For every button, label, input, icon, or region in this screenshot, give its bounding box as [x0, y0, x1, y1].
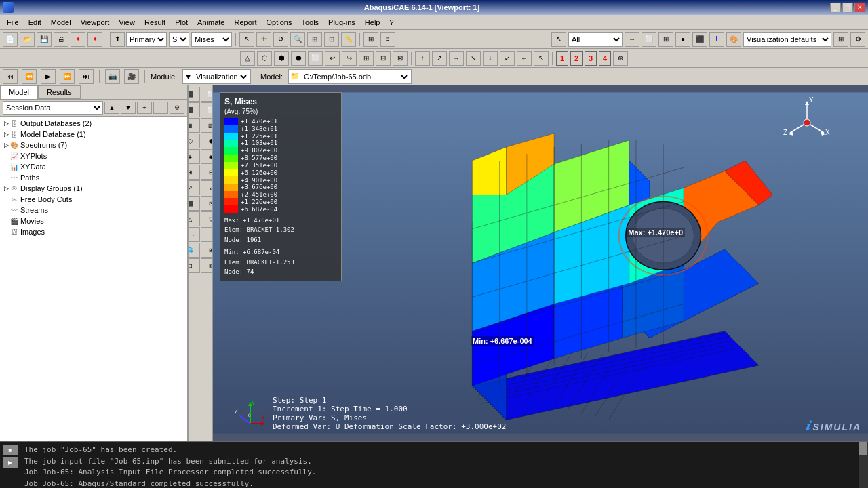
minimize-button[interactable]: _ — [830, 3, 841, 12]
stb-btn24[interactable]: ⊠ — [201, 258, 213, 273]
stb-btn10[interactable]: ◉ — [201, 149, 213, 164]
primary-select[interactable]: Primary — [126, 32, 167, 47]
menu-view[interactable]: View — [115, 17, 139, 28]
next-button[interactable]: ⏩ — [60, 69, 75, 84]
all-select[interactable]: All — [568, 32, 623, 47]
tab-results[interactable]: Results — [38, 85, 81, 99]
stb-btn17[interactable]: △ — [189, 211, 200, 226]
video-button[interactable]: 🎥 — [124, 69, 139, 84]
num-extra[interactable]: ⊛ — [613, 51, 628, 66]
tree-item-movies[interactable]: ▷ 🎬 Movies — [1, 216, 186, 226]
shape8[interactable]: ⊞ — [359, 51, 374, 66]
cons3[interactable]: → — [449, 51, 464, 66]
tree-item-images[interactable]: ▷ 🖼 Images — [1, 226, 186, 237]
stb-btn19[interactable]: ←→ — [189, 227, 200, 242]
table-button[interactable]: ≡ — [380, 32, 395, 47]
stb-btn22[interactable]: ⊞ — [201, 243, 213, 258]
module-select[interactable]: Visualization — [193, 69, 249, 84]
cursor-button[interactable]: ↖ — [239, 32, 254, 47]
vp-layout-button[interactable]: ⊞ — [833, 32, 848, 47]
tab-model[interactable]: Model — [0, 85, 38, 99]
stb-btn7[interactable]: ⬡ — [189, 134, 200, 148]
stb-btn14[interactable]: ↙ — [201, 180, 213, 195]
prev-button[interactable]: ⏪ — [22, 69, 37, 84]
stb-btn2[interactable]: ⬜ — [201, 87, 213, 102]
ruler-button[interactable]: 📏 — [341, 32, 356, 47]
num3-btn[interactable]: 3 — [585, 51, 597, 66]
rewind-button[interactable]: ⏮ — [3, 69, 18, 84]
box3d-button[interactable]: ⬛ — [692, 32, 707, 47]
stb-btn4[interactable]: ⬜ — [201, 102, 213, 117]
s-select[interactable]: S — [169, 32, 189, 47]
save-button[interactable]: 💾 — [37, 32, 52, 47]
session-down[interactable]: ▼ — [121, 102, 136, 114]
menu-options[interactable]: Options — [262, 17, 296, 28]
stb-btn3[interactable]: ⬛ — [189, 102, 200, 117]
cons6[interactable]: ↙ — [500, 51, 515, 66]
menu-plugins[interactable]: Plug-ins — [324, 17, 359, 28]
menu-result[interactable]: Result — [140, 17, 170, 28]
model-select[interactable]: C:/Temp/Job-65.odb — [301, 69, 410, 84]
tree-item-model-db[interactable]: ▷ 🗄 Model Database (1) — [1, 129, 186, 140]
stb-btn13[interactable]: ↗ — [189, 180, 200, 195]
console-stop-btn[interactable]: ■ — [3, 445, 18, 455]
color-button[interactable]: 🎨 — [726, 32, 741, 47]
tree-item-paths[interactable]: ▷ 〰 Paths — [1, 172, 186, 183]
shape7[interactable]: ↪ — [342, 51, 357, 66]
menu-file[interactable]: File — [3, 17, 23, 28]
stb-btn1[interactable]: ⬛ — [189, 87, 200, 102]
menu-animate[interactable]: Animate — [193, 17, 229, 28]
maximize-button[interactable]: □ — [842, 3, 853, 12]
num2-btn[interactable]: 2 — [570, 51, 583, 66]
menu-model[interactable]: Model — [47, 17, 75, 28]
console-next-btn[interactable]: ▶ — [3, 457, 18, 468]
mesh-button[interactable]: ⊞ — [658, 32, 673, 47]
tree-item-xyplots[interactable]: ▷ 📈 XYPlots — [1, 150, 186, 161]
zoom-box-button[interactable]: ⊞ — [307, 32, 322, 47]
stb-btn9[interactable]: ◈ — [189, 149, 200, 164]
menu-edit[interactable]: Edit — [24, 17, 45, 28]
arrow-button[interactable]: → — [625, 32, 639, 47]
close-button[interactable]: ✕ — [854, 3, 865, 12]
viewport[interactable]: S, Mises (Avg: 75%) +1.470e+01+1.348e+01… — [213, 85, 868, 441]
stb-btn15[interactable]: ⬛ — [189, 196, 200, 211]
play-button[interactable]: ▶ — [41, 69, 56, 84]
tree-item-streams[interactable]: ▷ 〰 Streams — [1, 205, 186, 216]
shape1[interactable]: △ — [240, 51, 255, 66]
forward-end-button[interactable]: ⏭ — [79, 69, 94, 84]
vp-config-button[interactable]: ⚙ — [850, 32, 865, 47]
cursor2-button[interactable]: ↖ — [551, 32, 566, 47]
stb-btn6[interactable]: ▧ — [201, 118, 213, 133]
num4-btn[interactable]: 4 — [599, 51, 611, 66]
num1-btn[interactable]: 1 — [556, 51, 568, 66]
viz-defaults-select[interactable]: Visualization defaults — [743, 32, 831, 47]
session-remove[interactable]: - — [153, 102, 168, 114]
pan-button[interactable]: ✛ — [256, 32, 271, 47]
cons2[interactable]: ↗ — [432, 51, 447, 66]
print-button[interactable]: 🖨 — [54, 32, 68, 47]
sphere-button[interactable]: ● — [675, 32, 690, 47]
menu-viewport[interactable]: Viewport — [77, 17, 114, 28]
stb-btn21[interactable]: 🌐 — [189, 243, 200, 258]
stb-btn20[interactable]: ↔ — [201, 227, 213, 242]
stb-btn8[interactable]: ⬢ — [201, 134, 213, 148]
info-button[interactable]: i — [709, 32, 724, 47]
session-up[interactable]: ▲ — [104, 102, 119, 114]
menu-plot[interactable]: Plot — [171, 17, 192, 28]
menu-help[interactable]: Help — [361, 17, 384, 28]
mises-select[interactable]: Mises — [191, 32, 232, 47]
window-controls[interactable]: _ □ ✕ — [830, 3, 865, 12]
stb-btn23[interactable]: ⊟ — [189, 258, 200, 273]
console-scrollbar[interactable] — [859, 442, 868, 488]
box-sel-button[interactable]: ⬜ — [642, 32, 656, 47]
rotate-button[interactable]: ↺ — [273, 32, 288, 47]
open-button[interactable]: 📂 — [20, 32, 35, 47]
shape4[interactable]: ⬣ — [291, 51, 306, 66]
expand-icon-model-db[interactable]: ▷ — [3, 131, 9, 138]
tree-item-xydata[interactable]: ▷ 📊 XYData — [1, 161, 186, 172]
module-dropdown-icon[interactable]: ▼ — [184, 73, 192, 81]
stb-btn16[interactable]: ⊡ — [201, 196, 213, 211]
session-dropdown[interactable]: Session Data — [3, 101, 103, 115]
menu-question[interactable]: ? — [385, 17, 397, 28]
grid-button[interactable]: ⊞ — [363, 32, 378, 47]
